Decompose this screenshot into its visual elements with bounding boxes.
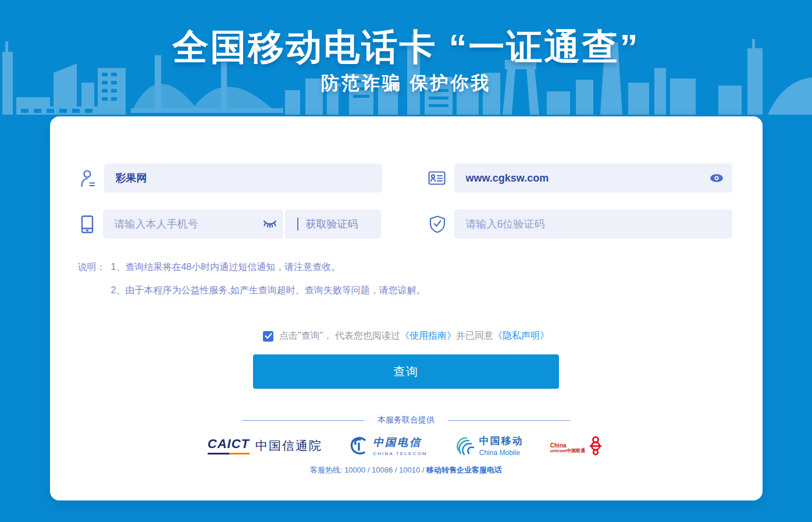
form-row-2: 获取验证码 [50,209,763,239]
divider-line [448,420,570,421]
get-sms-code-button[interactable]: 获取验证码 [285,209,381,239]
china-unicom-knot-icon [587,435,604,456]
page-title: 全国移动电话卡 “一证通查” [0,28,812,66]
china-telecom-icon [349,436,369,456]
china-unicom-cn-name: unicom中国联通 [550,449,585,454]
providers-divider: 本服务联合提供 [50,415,763,425]
code-field-group [429,209,732,239]
hotline-text: 客服热线: 10000 / 10086 / 10010 / [310,466,426,474]
eye-closed-icon[interactable] [263,220,277,228]
page-subtitle: 防范诈骗 保护你我 [0,71,812,95]
hotline-link[interactable]: 移动转售企业客服电话 [426,466,502,474]
china-mobile-icon [454,435,475,456]
idcard-icon [428,171,446,185]
query-button[interactable]: 查询 [253,354,559,389]
divider-line [242,420,364,421]
name-field-group [80,164,382,193]
eye-icon[interactable] [710,174,724,183]
china-telecom-cn-name: 中国电信 [373,435,428,449]
phone-icon [80,215,94,233]
caict-wordmark: CAICT [208,436,250,454]
divider-bar [297,218,298,230]
query-form-card: 获取验证码 说明： 1、查询结果将在48小时内通过短信通知，请注意查收。 2、由… [50,116,763,500]
caict-cn-name: 中国信通院 [255,438,322,454]
hero-banner: 全国移动电话卡 “一证通查” 防范诈骗 保护你我 [0,0,812,116]
agreement-text-middle: 并已同意 [456,330,493,342]
phone-input[interactable] [103,209,283,239]
name-input[interactable] [104,164,382,193]
hotline-row: 客服热线: 10000 / 10086 / 10010 / 移动转售企业客服电话 [50,465,763,475]
china-telecom-logo: 中国电信 CHINA TELECOM [349,435,428,456]
credential-input[interactable] [454,164,732,193]
usage-guide-link[interactable]: 《使用指南》 [400,330,456,342]
sms-code-input[interactable] [454,209,732,239]
notes-block: 说明： 1、查询结果将在48小时内通过短信通知，请注意查收。 2、由于本程序为公… [50,262,763,295]
note-item: 2、由于本程序为公益性服务,如产生查询超时、查询失败等问题，请您谅解。 [111,286,426,295]
phone-field-group: 获取验证码 [80,209,381,239]
china-mobile-cn-name: 中国移动 [479,434,523,448]
agreement-text-prefix: 点击"查询"， 代表您也阅读过 [279,330,400,342]
shield-check-icon [429,215,446,233]
agreement-checkbox[interactable] [263,331,273,342]
china-unicom-logo: China unicom中国联通 [550,435,604,456]
china-telecom-en-name: CHINA TELECOM [373,451,428,456]
china-mobile-en-name: China Mobile [479,449,523,457]
get-sms-code-label: 获取验证码 [306,217,358,231]
china-mobile-logo: 中国移动 China Mobile [454,434,523,457]
notes-items: 1、查询结果将在48小时内通过短信通知，请注意查收。 2、由于本程序为公益性服务… [111,262,426,295]
user-icon [80,169,95,187]
caict-logo: CAICT 中国信通院 [208,436,322,454]
providers-label: 本服务联合提供 [377,415,435,425]
notes-label: 说明： [78,262,106,295]
provider-logos: CAICT 中国信通院 中国电信 CHINA TELECOM 中国移动 [50,434,763,457]
note-item: 1、查询结果将在48小时内通过短信通知，请注意查收。 [111,262,426,272]
agreement-row: 点击"查询"， 代表您也阅读过 《使用指南》 并已同意 《隐私声明》 [50,330,763,342]
form-row-1 [50,164,763,193]
credential-field-group [428,164,732,193]
privacy-statement-link[interactable]: 《隐私声明》 [493,330,549,342]
